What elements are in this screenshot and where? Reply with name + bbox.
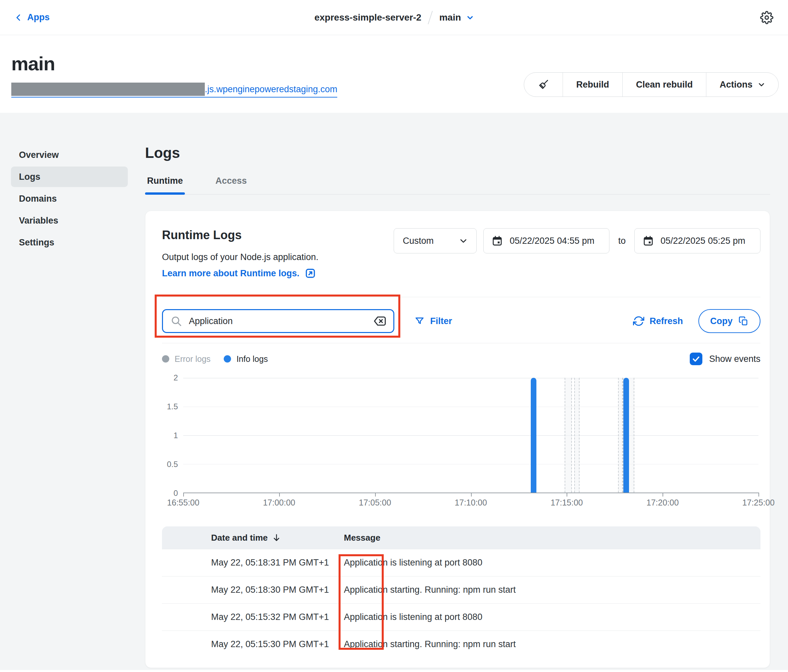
x-axis-tick-mark xyxy=(279,493,280,496)
log-message: Application starting. Running: npm run s… xyxy=(344,639,516,649)
rebuild-button[interactable]: Rebuild xyxy=(562,73,622,97)
x-axis-tick-mark xyxy=(375,493,376,496)
chevron-down-icon xyxy=(466,14,473,21)
copy-icon xyxy=(739,316,748,326)
refresh-button[interactable]: Refresh xyxy=(633,315,683,327)
x-axis-label: 17:05:00 xyxy=(347,498,403,507)
environment-actions-group: Rebuild Clean rebuild Actions xyxy=(524,72,779,97)
page-title: Logs xyxy=(145,144,770,161)
table-row[interactable]: May 22, 05:18:30 PM GMT+1 Application st… xyxy=(162,576,761,603)
environment-url-link[interactable]: .js.wpenginepoweredstaging.com xyxy=(11,82,337,98)
sidebar-item-logs[interactable]: Logs xyxy=(11,166,128,187)
logs-tabs: Runtime Access xyxy=(145,176,770,195)
search-input[interactable]: Application xyxy=(162,309,394,333)
calendar-icon xyxy=(643,235,654,246)
content-area: Logs Runtime Access Runtime Logs Output … xyxy=(145,113,770,670)
date-to-input[interactable]: 05/22/2025 05:25 pm xyxy=(634,228,761,254)
refresh-icon xyxy=(633,315,644,327)
x-axis-label: 17:15:00 xyxy=(539,498,595,507)
environment-header: main .js.wpenginepoweredstaging.com Rebu… xyxy=(0,35,788,113)
gridline xyxy=(183,464,758,465)
legend-info-logs[interactable]: Info logs xyxy=(224,354,268,364)
date-from-value: 05/22/2025 04:55 pm xyxy=(510,236,594,246)
sidebar: Overview Logs Domains Variables Settings xyxy=(0,113,145,670)
event-band xyxy=(565,378,572,493)
chevron-down-icon xyxy=(459,236,468,245)
info-logs-label: Info logs xyxy=(236,354,268,364)
tab-access[interactable]: Access xyxy=(213,176,249,194)
sidebar-item-domains[interactable]: Domains xyxy=(11,189,128,209)
main-region: Overview Logs Domains Variables Settings… xyxy=(0,113,788,670)
legend-error-logs[interactable]: Error logs xyxy=(162,354,210,364)
calendar-icon xyxy=(492,235,503,246)
chevron-down-icon xyxy=(758,81,765,88)
environment-switcher[interactable]: main xyxy=(439,12,473,23)
show-events-label: Show events xyxy=(709,354,761,364)
gridline xyxy=(183,378,758,379)
learn-more-link[interactable]: Learn more about Runtime logs. xyxy=(162,268,318,279)
log-datetime: May 22, 05:15:32 PM GMT+1 xyxy=(211,612,329,622)
chevron-left-icon xyxy=(14,14,22,22)
sidebar-item-overview[interactable]: Overview xyxy=(11,144,128,165)
filter-button[interactable]: Filter xyxy=(414,316,452,326)
breadcrumb-separator xyxy=(428,11,433,24)
x-axis-label: 16:55:00 xyxy=(155,498,211,507)
range-preset-select[interactable]: Custom xyxy=(394,228,477,254)
log-message: Application starting. Running: npm run s… xyxy=(344,585,516,595)
settings-gear-icon[interactable] xyxy=(760,11,774,24)
purge-cache-button[interactable] xyxy=(524,73,562,97)
date-range-controls: Custom xyxy=(394,228,761,254)
checkbox-checked-icon xyxy=(690,353,702,365)
clean-rebuild-label: Clean rebuild xyxy=(636,79,693,90)
url-text: .js.wpenginepoweredstaging.com xyxy=(205,82,337,96)
gridline xyxy=(183,435,758,436)
copy-button[interactable]: Copy xyxy=(698,309,761,333)
log-datetime: May 22, 05:18:30 PM GMT+1 xyxy=(211,585,329,595)
clean-rebuild-button[interactable]: Clean rebuild xyxy=(622,73,706,97)
x-axis-tick-mark xyxy=(567,493,567,496)
actions-menu-button[interactable]: Actions xyxy=(706,73,778,97)
back-to-apps-link[interactable]: Apps xyxy=(14,12,50,22)
x-axis-tick-mark xyxy=(183,493,184,496)
log-datetime: May 22, 05:18:31 PM GMT+1 xyxy=(211,558,329,568)
panel-description: Output logs of your Node.js application. xyxy=(162,252,318,262)
filter-label: Filter xyxy=(430,316,452,326)
error-logs-label: Error logs xyxy=(175,354,210,364)
sidebar-item-variables[interactable]: Variables xyxy=(11,210,128,231)
table-row[interactable]: May 22, 05:18:31 PM GMT+1 Application is… xyxy=(162,549,761,576)
refresh-label: Refresh xyxy=(650,316,683,326)
table-row[interactable]: May 22, 05:15:32 PM GMT+1 Application is… xyxy=(162,603,761,631)
x-axis-tick-mark xyxy=(662,493,663,496)
x-axis-tick-mark xyxy=(471,493,472,496)
table-row[interactable]: May 22, 05:15:30 PM GMT+1 Application st… xyxy=(162,631,761,658)
clear-search-icon[interactable] xyxy=(373,314,387,328)
column-message[interactable]: Message xyxy=(344,533,380,543)
breadcrumb-env-name: main xyxy=(439,12,461,23)
breadcrumb-app-name: express-simple-server-2 xyxy=(315,12,421,23)
sidebar-item-settings[interactable]: Settings xyxy=(11,232,128,253)
x-axis-tick-mark xyxy=(758,493,759,496)
breadcrumb: express-simple-server-2 main xyxy=(315,0,473,35)
actions-label: Actions xyxy=(720,79,753,90)
chart-legend: Error logs Info logs Show events xyxy=(162,353,761,365)
search-value: Application xyxy=(189,316,366,326)
column-date-and-time[interactable]: Date and time xyxy=(211,533,344,543)
funnel-icon xyxy=(414,316,425,326)
tab-runtime[interactable]: Runtime xyxy=(145,176,185,194)
date-to-value: 05/22/2025 05:25 pm xyxy=(661,236,745,246)
copy-label: Copy xyxy=(710,316,733,326)
info-logs-bar[interactable] xyxy=(531,378,536,493)
show-events-checkbox[interactable]: Show events xyxy=(690,353,761,365)
info-logs-bar[interactable] xyxy=(623,378,629,493)
log-message: Application is listening at port 8080 xyxy=(344,612,482,622)
y-axis-tick: 2 xyxy=(162,373,178,382)
table-header: Date and time Message xyxy=(162,526,761,549)
event-band xyxy=(618,378,623,493)
logs-toolbar: Application Filter xyxy=(162,297,761,343)
info-logs-dot-icon xyxy=(224,355,231,363)
gridline xyxy=(183,407,758,407)
date-from-input[interactable]: 05/22/2025 04:55 pm xyxy=(483,228,609,254)
panel-head-left: Runtime Logs Output logs of your Node.js… xyxy=(162,228,318,279)
learn-more-label: Learn more about Runtime logs. xyxy=(162,268,299,279)
panel-title: Runtime Logs xyxy=(162,228,318,242)
